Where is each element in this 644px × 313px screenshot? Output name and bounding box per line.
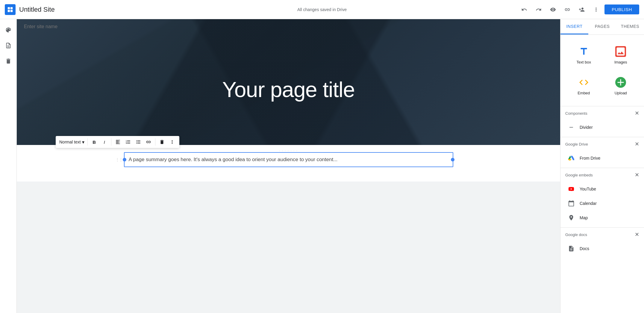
add-collaborator-button[interactable]: [576, 4, 588, 16]
from-drive-label: From Drive: [580, 156, 600, 161]
hero-page-title[interactable]: Your page title: [17, 34, 560, 145]
insert-calendar[interactable]: Calendar: [565, 196, 639, 211]
insert-text-box[interactable]: Text box: [565, 40, 602, 70]
toolbar-divider-3: [155, 138, 155, 146]
align-left-button[interactable]: [113, 137, 123, 147]
preview-button[interactable]: [547, 4, 559, 16]
google-drive-items: From Drive: [560, 151, 644, 168]
chevron-down-icon: ▾: [82, 139, 84, 145]
google-drive-collapse-icon: ✕: [635, 141, 639, 147]
format-select[interactable]: Normal text ▾: [58, 138, 86, 146]
format-label: Normal text: [59, 140, 81, 144]
hero-section[interactable]: Your page title: [17, 19, 560, 145]
map-icon: [568, 214, 575, 221]
components-collapse-icon: ✕: [635, 110, 639, 117]
resize-handle-right[interactable]: [451, 158, 454, 161]
main-layout: Your page title Normal text ▾ B I: [0, 19, 644, 313]
insert-docs[interactable]: Docs: [565, 241, 639, 256]
topbar-actions: PUBLISH: [518, 4, 639, 16]
svg-rect-3: [10, 10, 13, 12]
resize-handle-left[interactable]: [123, 158, 126, 161]
redo-button[interactable]: [533, 4, 545, 16]
components-section-header[interactable]: Components ✕: [560, 106, 644, 120]
google-drive-label: Google Drive: [565, 142, 588, 146]
palette-button[interactable]: [2, 24, 14, 36]
pages-sidebar-button[interactable]: [2, 40, 14, 52]
save-status: All changes saved in Drive: [297, 7, 347, 12]
images-icon: [615, 46, 627, 58]
unordered-list-button[interactable]: [134, 137, 143, 147]
components-items: Divider: [560, 120, 644, 137]
right-panel: INSERT PAGES THEMES Text box: [560, 19, 644, 313]
insert-from-drive[interactable]: From Drive: [565, 151, 639, 165]
drag-dots-top: · · · · · · ·: [279, 149, 298, 153]
bold-button[interactable]: B: [90, 137, 99, 147]
undo-button[interactable]: [518, 4, 530, 16]
insert-upload[interactable]: Upload: [602, 70, 640, 101]
text-block-content: A page summary goes here. It's always a …: [129, 157, 338, 162]
insert-grid: Text box Images Embed: [560, 35, 644, 106]
toolbar-divider-1: [87, 138, 88, 146]
embed-label: Embed: [578, 91, 590, 95]
right-panel-tabs: INSERT PAGES THEMES: [560, 19, 644, 35]
text-block-container: ⋮⋮ · · · · · · · A page summary goes her…: [118, 152, 459, 167]
youtube-label: YouTube: [580, 187, 596, 191]
youtube-icon: [568, 185, 575, 193]
link-button[interactable]: [144, 137, 153, 147]
content-area: ⋮⋮ · · · · · · · A page summary goes her…: [17, 145, 560, 182]
delete-block-button[interactable]: [157, 137, 167, 147]
calendar-icon: [568, 200, 575, 207]
google-drive-section-header[interactable]: Google Drive ✕: [560, 137, 644, 151]
topbar: Untitled Site All changes saved in Drive…: [0, 0, 644, 19]
publish-button[interactable]: PUBLISH: [604, 4, 639, 14]
toolbar-divider-2: [111, 138, 111, 146]
google-embeds-section-header[interactable]: Google embeds ✕: [560, 168, 644, 182]
text-box-label: Text box: [577, 60, 591, 64]
text-format-toolbar: Normal text ▾ B I: [56, 136, 179, 148]
docs-label: Docs: [580, 246, 589, 251]
svg-rect-0: [8, 7, 10, 9]
insert-youtube[interactable]: YouTube: [565, 182, 639, 196]
components-label: Components: [565, 111, 587, 116]
tab-insert[interactable]: INSERT: [560, 19, 588, 34]
insert-embed[interactable]: Embed: [565, 70, 602, 101]
app-logo: [5, 4, 16, 15]
embed-icon: [578, 76, 590, 88]
more-options-button[interactable]: [590, 4, 602, 16]
delete-sidebar-button[interactable]: [2, 55, 14, 67]
more-block-options-button[interactable]: [167, 137, 177, 147]
text-box-icon: [578, 46, 590, 58]
google-embeds-collapse-icon: ✕: [635, 172, 639, 178]
italic-button[interactable]: I: [100, 137, 109, 147]
google-embeds-items: YouTube Calendar Map: [560, 182, 644, 227]
google-docs-label: Google docs: [565, 232, 587, 237]
insert-divider[interactable]: Divider: [565, 120, 639, 134]
google-docs-items: Docs: [560, 241, 644, 258]
docs-icon: [568, 245, 575, 252]
google-embeds-label: Google embeds: [565, 173, 593, 177]
google-docs-collapse-icon: ✕: [635, 231, 639, 238]
divider-icon: [568, 124, 575, 131]
upload-label: Upload: [615, 91, 627, 95]
ordered-list-button[interactable]: [123, 137, 133, 147]
images-label: Images: [614, 60, 627, 64]
site-name-input[interactable]: [17, 19, 560, 34]
tab-pages[interactable]: PAGES: [588, 19, 616, 34]
insert-map[interactable]: Map: [565, 211, 639, 225]
divider-label: Divider: [580, 125, 593, 130]
upload-icon: [615, 76, 627, 88]
tab-themes[interactable]: THEMES: [616, 19, 644, 34]
calendar-label: Calendar: [580, 201, 597, 206]
insert-images[interactable]: Images: [602, 40, 640, 70]
google-docs-section-header[interactable]: Google docs ✕: [560, 227, 644, 241]
svg-rect-1: [10, 7, 13, 9]
map-label: Map: [580, 215, 588, 220]
drag-handle[interactable]: ⋮⋮: [116, 158, 123, 162]
canvas-area[interactable]: Your page title Normal text ▾ B I: [17, 19, 560, 313]
site-canvas: Your page title Normal text ▾ B I: [17, 19, 560, 182]
share-link-button[interactable]: [561, 4, 573, 16]
drive-icon: [568, 155, 575, 162]
site-title: Untitled Site: [19, 6, 55, 13]
text-block[interactable]: · · · · · · · A page summary goes here. …: [124, 152, 453, 167]
left-sidebar: [0, 19, 17, 313]
